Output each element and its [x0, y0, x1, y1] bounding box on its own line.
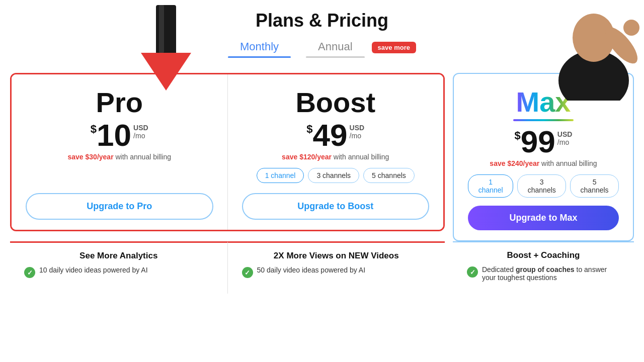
boost-feature-title: 2X More Views on NEW Videos [242, 251, 431, 261]
svg-marker-1 [141, 53, 191, 90]
boost-save-text: save $120/year with annual billing [282, 153, 389, 161]
save-more-badge[interactable]: save more [372, 42, 416, 53]
pro-save-text: save $30/year with annual billing [67, 153, 171, 161]
pro-price-number: 10 [97, 120, 131, 151]
boost-channel-5[interactable]: 5 channels [363, 168, 415, 183]
boost-plan-name: Boost [295, 88, 375, 117]
boost-upgrade-button[interactable]: Upgrade to Boost [242, 193, 430, 220]
pro-feature-text-1: 10 daily video ideas powered by AI [39, 266, 148, 274]
max-period: /mo [557, 138, 573, 146]
max-channel-5[interactable]: 5 channels [570, 174, 619, 198]
max-save-amount: save $240/year [490, 159, 539, 167]
max-price-number: 99 [521, 126, 555, 157]
max-upgrade-button[interactable]: Upgrade to Max [468, 206, 619, 230]
boost-dollar-sign: $ [306, 123, 312, 136]
boost-channel-1[interactable]: 1 channel [257, 168, 304, 183]
max-save-text: save $240/year with annual billing [490, 159, 597, 167]
pro-feature-item-1: 10 daily video ideas powered by AI [24, 266, 213, 278]
max-feature-title: Boost + Coaching [467, 250, 620, 260]
billing-tabs: Monthly Annual save more [0, 37, 644, 58]
pro-price-details: USD /mo [133, 124, 148, 140]
boost-check-1 [242, 267, 253, 278]
pro-save-label: with annual billing [115, 153, 171, 161]
boost-save-amount: save $120/year [282, 153, 332, 161]
pro-check-1 [24, 267, 35, 278]
pro-save-amount: save $30/year [67, 153, 113, 161]
pro-plan-card: Pro $ 10 USD /mo save $30/year with annu… [12, 74, 227, 230]
svg-point-6 [623, 20, 639, 36]
pro-upgrade-button[interactable]: Upgrade to Pro [26, 193, 213, 220]
annual-tab-label[interactable]: Annual [306, 37, 365, 56]
pro-currency: USD [133, 124, 148, 132]
max-rainbow-underline [513, 119, 574, 121]
max-feature-text-1: Dedicated group of coaches to answer you… [482, 265, 620, 282]
max-currency: USD [557, 130, 573, 138]
boost-price-details: USD /mo [350, 124, 365, 140]
max-dollar-sign: $ [515, 129, 521, 142]
pro-features: See More Analytics 10 daily video ideas … [10, 241, 227, 294]
annual-tab[interactable]: Annual [306, 37, 365, 58]
max-feature-item-1: Dedicated group of coaches to answer you… [467, 265, 620, 282]
monthly-tab-underline [228, 56, 291, 58]
boost-features: 2X More Views on NEW Videos 50 daily vid… [227, 241, 445, 294]
max-features: Boost + Coaching Dedicated group of coac… [453, 241, 634, 294]
boost-plan-card: Boost $ 49 USD /mo save $120/year with a… [228, 74, 444, 230]
boost-feature-item-1: 50 daily video ideas powered by AI [242, 266, 431, 278]
boost-price-row: $ 49 USD /mo [306, 120, 364, 151]
max-channel-selector: 1 channel 3 channels 5 channels [468, 174, 619, 198]
max-save-label: with annual billing [541, 159, 597, 167]
boost-currency: USD [350, 124, 365, 132]
boost-channel-3[interactable]: 3 channels [308, 168, 359, 183]
max-channel-1[interactable]: 1 channel [468, 174, 513, 198]
pro-boost-section: Pro $ 10 USD /mo save $30/year with annu… [10, 73, 445, 231]
max-channel-3[interactable]: 3 channels [517, 174, 566, 198]
boost-save-label: with annual billing [334, 153, 389, 161]
pro-feature-title: See More Analytics [24, 251, 213, 261]
monthly-tab[interactable]: Monthly [228, 37, 291, 58]
monthly-tab-label[interactable]: Monthly [228, 37, 291, 56]
pro-dollar-sign: $ [91, 123, 97, 136]
boost-feature-text-1: 50 daily video ideas powered by AI [257, 266, 366, 274]
annual-tab-underline [306, 56, 365, 58]
features-container: See More Analytics 10 daily video ideas … [0, 241, 644, 294]
pro-plan-name: Pro [96, 88, 143, 117]
boost-channel-selector: 1 channel 3 channels 5 channels [257, 168, 415, 183]
boost-price-number: 49 [313, 120, 348, 151]
page-header: Plans & Pricing Monthly Annual save more [0, 0, 644, 73]
pro-price-row: $ 10 USD /mo [91, 120, 148, 151]
max-price-row: $ 99 USD /mo [515, 126, 573, 157]
max-check-1 [467, 266, 478, 278]
pro-period: /mo [133, 132, 148, 140]
max-price-details: USD /mo [557, 130, 573, 146]
boost-period: /mo [350, 132, 365, 140]
